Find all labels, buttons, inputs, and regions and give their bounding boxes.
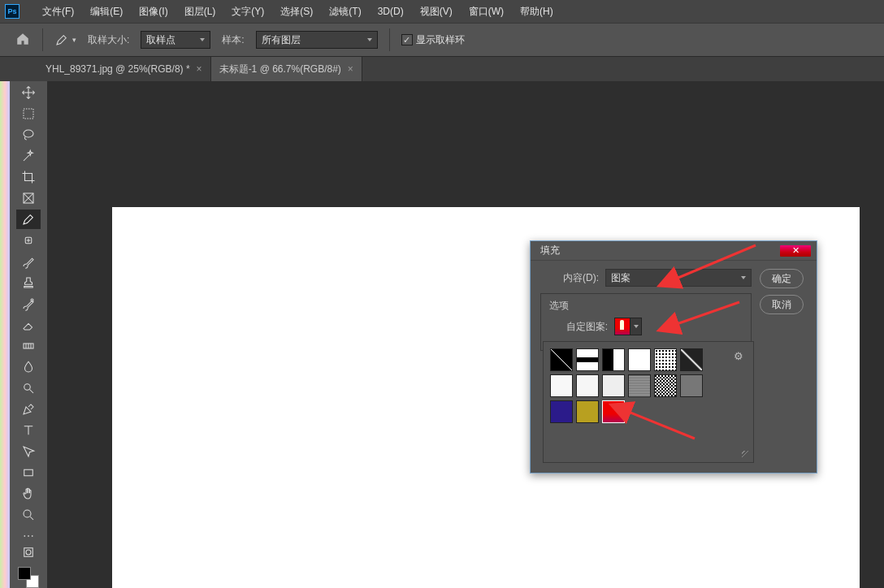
svg-point-4 xyxy=(31,299,33,301)
rectangle-tool[interactable] xyxy=(16,463,41,482)
content-select[interactable]: 图案 xyxy=(605,269,752,287)
pattern-picker: ⚙ xyxy=(543,341,754,463)
sample-layer-label: 样本: xyxy=(222,33,244,47)
history-brush-tool[interactable] xyxy=(16,294,41,313)
svg-rect-9 xyxy=(24,548,33,557)
separator xyxy=(42,28,43,51)
frame-tool[interactable] xyxy=(16,188,41,208)
pattern-swatch[interactable] xyxy=(576,374,599,397)
pattern-swatch[interactable] xyxy=(550,400,573,423)
pattern-swatch[interactable] xyxy=(602,400,625,423)
eraser-tool[interactable] xyxy=(16,315,41,335)
magic-wand-tool[interactable] xyxy=(16,146,41,166)
menu-select[interactable]: 选择(S) xyxy=(272,2,321,22)
crop-tool[interactable] xyxy=(16,167,41,187)
menu-file[interactable]: 文件(F) xyxy=(34,2,82,22)
dodge-tool[interactable] xyxy=(16,378,41,398)
menu-type[interactable]: 文字(Y) xyxy=(223,2,272,22)
menu-bar: Ps 文件(F) 编辑(E) 图像(I) 图层(L) 文字(Y) 选择(S) 滤… xyxy=(0,0,884,23)
menu-image[interactable]: 图像(I) xyxy=(131,2,176,22)
pattern-swatch[interactable] xyxy=(654,348,677,371)
document-tab[interactable]: 未标题-1 @ 66.7%(RGB/8#) × xyxy=(211,57,362,81)
document-tab[interactable]: YHL_89371.jpg @ 25%(RGB/8) * × xyxy=(37,57,211,81)
ruler-edge xyxy=(0,81,10,588)
pattern-swatch[interactable] xyxy=(602,374,625,397)
options-bar: ▾ 取样大小: 取样点 样本: 所有图层 ✓ 显示取样环 xyxy=(0,23,884,57)
custom-pattern-label: 自定图案: xyxy=(549,320,608,334)
tab-title: 未标题-1 @ 66.7%(RGB/8#) xyxy=(219,63,341,76)
svg-point-8 xyxy=(24,510,31,517)
eyedropper-icon[interactable]: ▾ xyxy=(54,32,76,47)
svg-rect-7 xyxy=(24,469,33,476)
path-tool[interactable] xyxy=(16,442,41,461)
pattern-swatch[interactable] xyxy=(576,348,599,371)
pattern-swatch[interactable] xyxy=(680,374,703,397)
svg-point-6 xyxy=(24,384,31,391)
chevron-down-icon[interactable] xyxy=(630,318,642,335)
healing-tool[interactable] xyxy=(16,231,41,250)
menu-view[interactable]: 视图(V) xyxy=(412,2,461,22)
pattern-swatch[interactable] xyxy=(628,374,651,397)
close-icon[interactable]: × xyxy=(348,63,353,75)
cancel-button[interactable]: 取消 xyxy=(760,295,804,314)
stamp-tool[interactable] xyxy=(16,273,41,292)
document-tab-bar: YHL_89371.jpg @ 25%(RGB/8) * × 未标题-1 @ 6… xyxy=(0,57,884,81)
pattern-swatch[interactable] xyxy=(576,400,599,423)
menu-help[interactable]: 帮助(H) xyxy=(512,2,561,22)
options-label: 选项 xyxy=(549,299,743,313)
move-tool[interactable] xyxy=(16,83,41,102)
custom-pattern-select[interactable] xyxy=(614,318,642,335)
show-ring-label: 显示取样环 xyxy=(416,33,465,47)
pattern-swatch[interactable] xyxy=(550,348,573,371)
menu-filter[interactable]: 滤镜(T) xyxy=(321,2,369,22)
svg-point-1 xyxy=(24,130,33,137)
dialog-title: 填充 xyxy=(540,244,560,257)
pattern-swatch[interactable] xyxy=(654,374,677,397)
zoom-tool[interactable] xyxy=(16,505,41,525)
content-label: 内容(D): xyxy=(540,271,599,285)
pattern-swatch[interactable] xyxy=(680,348,703,371)
separator xyxy=(389,28,390,51)
pattern-swatch[interactable] xyxy=(550,374,573,397)
menu-layer[interactable]: 图层(L) xyxy=(176,2,224,22)
marquee-tool[interactable] xyxy=(16,104,41,123)
gear-icon[interactable]: ⚙ xyxy=(734,350,743,362)
close-icon[interactable]: × xyxy=(197,63,202,75)
close-button[interactable]: ✕ xyxy=(779,244,812,257)
menu-window[interactable]: 窗口(W) xyxy=(461,2,512,22)
dialog-titlebar[interactable]: 填充 ✕ xyxy=(531,241,817,261)
type-tool[interactable] xyxy=(16,421,41,440)
edit-toolbar[interactable]: ⋯ xyxy=(23,530,34,543)
foreground-background-swatch[interactable] xyxy=(18,567,39,588)
svg-point-10 xyxy=(26,550,31,555)
pattern-thumbnail xyxy=(614,318,630,335)
toolbox: ⋯ xyxy=(10,81,47,588)
show-ring-checkbox[interactable]: ✓ 显示取样环 xyxy=(401,33,465,47)
home-icon[interactable] xyxy=(15,32,31,49)
tab-title: YHL_89371.jpg @ 25%(RGB/8) * xyxy=(46,63,190,75)
menu-edit[interactable]: 编辑(E) xyxy=(82,2,131,22)
sample-size-select[interactable]: 取样点 xyxy=(141,31,210,49)
pen-tool[interactable] xyxy=(16,400,41,419)
svg-rect-0 xyxy=(24,109,33,119)
quick-mask[interactable] xyxy=(16,543,41,562)
hand-tool[interactable] xyxy=(16,484,41,504)
ok-button[interactable]: 确定 xyxy=(760,269,804,288)
resize-grip[interactable] xyxy=(742,451,750,459)
gradient-tool[interactable] xyxy=(16,336,41,356)
app-logo: Ps xyxy=(5,4,20,19)
pattern-swatch[interactable] xyxy=(602,348,625,371)
blur-tool[interactable] xyxy=(16,357,41,377)
brush-tool[interactable] xyxy=(16,252,41,271)
sample-size-label: 取样大小: xyxy=(88,33,129,47)
pattern-swatch[interactable] xyxy=(628,348,651,371)
sample-layer-select[interactable]: 所有图层 xyxy=(256,31,378,49)
eyedropper-tool[interactable] xyxy=(16,210,41,229)
menu-3d[interactable]: 3D(D) xyxy=(370,2,412,20)
lasso-tool[interactable] xyxy=(16,125,41,145)
